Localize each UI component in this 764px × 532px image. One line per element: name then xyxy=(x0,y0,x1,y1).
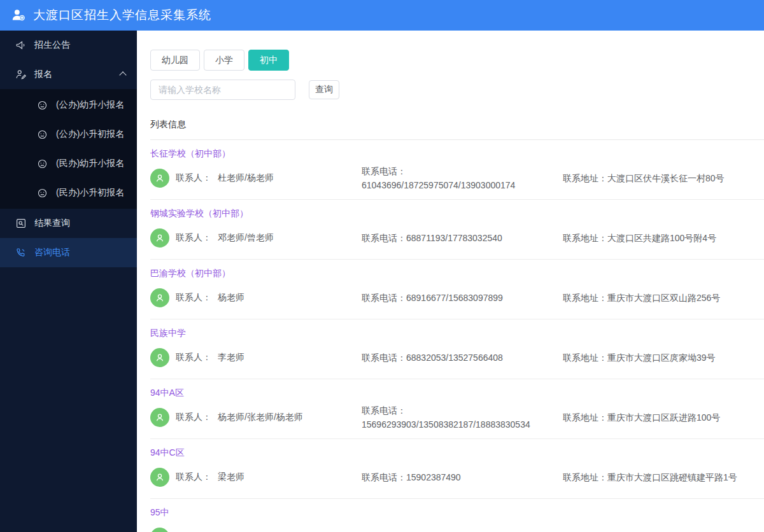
tab-kindergarten[interactable]: 幼儿园 xyxy=(150,50,200,71)
address-value: 大渡口区共建路100号附4号 xyxy=(607,233,716,243)
phone-cell: 联系电话：68916677/15683097899 xyxy=(362,291,553,305)
sidebar-item-label: (公办)小升初报名 xyxy=(56,129,124,140)
search-row: 查询 xyxy=(150,80,764,100)
contact-cell: 联系人： 李老师 xyxy=(150,348,362,367)
sidebar-item-label: (民办)小升初报名 xyxy=(56,187,124,199)
phone-value: 68871193/17783032540 xyxy=(406,233,502,243)
contact-label: 联系人： xyxy=(176,292,211,304)
phone-value: 68916677/15683097899 xyxy=(406,293,503,303)
phone-label: 联系电话： xyxy=(362,166,406,176)
sidebar-item-private-primary-to-junior[interactable]: (民办)小升初报名 xyxy=(0,178,137,207)
contact-label: 联系人： xyxy=(176,352,211,363)
phone-cell: 联系电话：15696293903/13508382187/18883830534 xyxy=(362,403,553,431)
sidebar-item-label: (民办)幼升小报名 xyxy=(56,158,124,169)
avatar xyxy=(150,408,169,427)
school-name-link[interactable]: 94中C区 xyxy=(150,447,764,459)
query-button[interactable]: 查询 xyxy=(309,80,339,99)
avatar xyxy=(150,169,169,188)
tab-junior[interactable]: 初中 xyxy=(248,50,289,71)
face-icon xyxy=(37,100,48,111)
contact-label: 联系人： xyxy=(176,172,211,184)
avatar xyxy=(150,528,169,532)
list-item: 钢城实验学校（初中部） 联系人： 邓老师/曾老师 联系电话：68871193/1… xyxy=(150,200,764,260)
address-label: 联系地址： xyxy=(563,472,607,482)
list-item: 94中A区 联系人： 杨老师/张老师/杨老师 联系电话：15696293903/… xyxy=(150,379,764,439)
sidebar-item-register[interactable]: 报名 xyxy=(0,60,137,89)
sidebar-item-public-kindergarten-to-primary[interactable]: (公办)幼升小报名 xyxy=(0,90,137,120)
avatar xyxy=(150,468,169,487)
contact-value: 杨老师 xyxy=(218,292,244,304)
address-value: 大渡口区伏牛溪长征一村80号 xyxy=(607,173,725,183)
sidebar-item-announcements[interactable]: 招生公告 xyxy=(0,31,137,60)
contact-value: 梁老师 xyxy=(218,472,244,483)
sidebar-item-label: (公办)幼升小报名 xyxy=(56,99,124,111)
phone-label: 联系电话： xyxy=(362,353,406,363)
tab-primary[interactable]: 小学 xyxy=(204,50,244,71)
school-name-link[interactable]: 钢城实验学校（初中部） xyxy=(150,208,764,220)
sidebar-item-private-kindergarten-to-primary[interactable]: (民办)幼升小报名 xyxy=(0,149,137,178)
phone-cell: 联系电话：61043696/18725975074/13903000174 xyxy=(362,164,553,192)
address-value: 重庆市大渡口区庹家坳39号 xyxy=(607,353,716,363)
school-name-link[interactable]: 巴渝学校（初中部） xyxy=(150,268,764,279)
contact-value: 李老师 xyxy=(218,352,244,363)
phone-label: 联系电话： xyxy=(362,405,406,416)
sidebar-item-result-query[interactable]: 结果查询 xyxy=(0,209,137,238)
sidebar-item-label: 结果查询 xyxy=(34,218,70,229)
sidebar-item-public-primary-to-junior[interactable]: (公办)小升初报名 xyxy=(0,120,137,149)
contact-label: 联系人： xyxy=(176,472,211,483)
contact-label: 联系人： xyxy=(176,412,211,423)
school-name-link[interactable]: 94中A区 xyxy=(150,388,764,399)
address-label: 联系地址： xyxy=(563,412,607,423)
school-name-link[interactable]: 民族中学 xyxy=(150,328,764,339)
school-list: 长征学校（初中部） 联系人： 杜老师/杨老师 联系电话：61043696/187… xyxy=(150,140,764,532)
face-icon xyxy=(37,158,48,169)
contact-cell: 联系人： 杨老师 xyxy=(150,288,362,307)
face-icon xyxy=(37,188,48,199)
list-item: 长征学校（初中部） 联系人： 杜老师/杨老师 联系电话：61043696/187… xyxy=(150,140,764,200)
phone-value: 61043696/18725975074/13903000174 xyxy=(362,180,515,190)
sidebar-item-label: 报名 xyxy=(34,69,52,80)
phone-value: 68832053/13527566408 xyxy=(406,353,503,363)
app-header: 大渡口区招生入学信息采集系统 xyxy=(0,0,764,31)
school-name-link[interactable]: 95中 xyxy=(150,507,764,519)
address-cell: 联系地址：大渡口区共建路100号附4号 xyxy=(563,231,764,245)
school-level-tabs: 幼儿园 小学 初中 xyxy=(150,50,764,71)
contact-value: 杨老师/张老师/杨老师 xyxy=(218,412,303,423)
address-label: 联系地址： xyxy=(563,173,607,183)
person-edit-icon xyxy=(15,69,27,80)
face-icon xyxy=(37,129,48,140)
list-item: 94中C区 联系人： 梁老师 联系电话：15902387490 联系地址：重庆市… xyxy=(150,439,764,499)
list-item: 巴渝学校（初中部） 联系人： 杨老师 联系电话：68916677/1568309… xyxy=(150,260,764,319)
sidebar: 招生公告 报名 (公办)幼升小报名 xyxy=(0,31,137,532)
address-label: 联系地址： xyxy=(563,233,607,243)
contact-cell: 联系人： 梁老师 xyxy=(150,468,362,487)
address-label: 联系地址： xyxy=(563,293,607,303)
avatar xyxy=(150,348,169,367)
address-label: 联系地址： xyxy=(563,353,607,363)
list-item: 95中 联系人： 李老师 联系电话：81152066/18323497183 联… xyxy=(150,499,764,532)
sidebar-item-consult-phone[interactable]: 咨询电话 xyxy=(0,238,137,267)
list-item: 民族中学 联系人： 李老师 联系电话：68832053/13527566408 … xyxy=(150,319,764,379)
main-content: 幼儿园 小学 初中 查询 列表信息 长征学校（初中部） 联系人： 杜老师/杨老师 xyxy=(137,31,764,532)
avatar xyxy=(150,228,169,248)
contact-cell: 联系人： 杜老师/杨老师 xyxy=(150,169,362,188)
school-search-input[interactable] xyxy=(150,80,295,100)
phone-icon xyxy=(15,247,27,258)
phone-cell: 联系电话：15902387490 xyxy=(362,470,553,484)
address-cell: 联系地址：重庆市大渡口区双山路256号 xyxy=(563,291,764,305)
address-cell: 联系地址：大渡口区伏牛溪长征一村80号 xyxy=(563,171,764,185)
address-cell: 联系地址：重庆市大渡口区跳磴镇建平路1号 xyxy=(563,470,764,484)
phone-value: 15902387490 xyxy=(406,472,461,482)
contact-cell: 联系人： 邓老师/曾老师 xyxy=(150,228,362,248)
contact-value: 杜老师/杨老师 xyxy=(218,172,274,184)
sidebar-item-label: 招生公告 xyxy=(34,39,70,51)
phone-cell: 联系电话：68832053/13527566408 xyxy=(362,351,553,365)
list-title: 列表信息 xyxy=(150,119,764,130)
address-cell: 联系地址：重庆市大渡口区庹家坳39号 xyxy=(563,351,764,365)
user-plus-icon xyxy=(10,7,27,24)
announcement-icon xyxy=(15,39,27,51)
phone-cell: 联系电话：68871193/17783032540 xyxy=(362,231,553,245)
school-name-link[interactable]: 长征学校（初中部） xyxy=(150,148,764,160)
contact-label: 联系人： xyxy=(176,232,211,244)
phone-value: 15696293903/13508382187/18883830534 xyxy=(362,419,530,430)
